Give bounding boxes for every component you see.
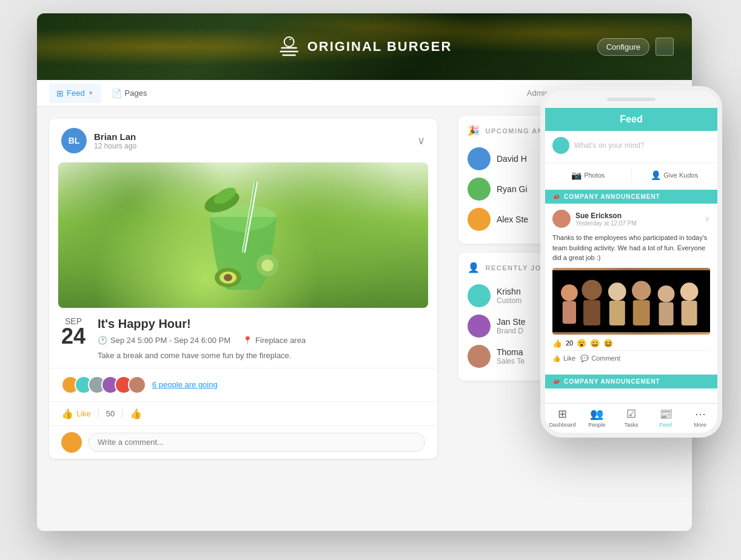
phone-post-text: Thanks to the employees who participated…: [552, 233, 710, 263]
nav-left: ⊞ Feed ▼ 📄 Pages: [49, 84, 154, 103]
logo-text: ORIGINAL BURGER: [307, 39, 452, 55]
comment-input[interactable]: [88, 433, 425, 452]
nav-tasks[interactable]: ☑ Tasks: [614, 407, 649, 428]
phone-post-actions: 📷 Photos 👤 Give Kudos: [545, 162, 717, 187]
svg-point-13: [224, 274, 232, 281]
kudos-icon: 👤: [651, 170, 661, 180]
person-avatar: [468, 284, 491, 307]
person-avatar: [468, 178, 491, 201]
person-avatar: [468, 208, 491, 231]
mobile-phone: Feed What's on your mind? 📷 Photos 👤 Giv…: [540, 86, 722, 438]
event-meta: 🕐 Sep 24 5:00 PM - Sep 24 6:00 PM 📍 Fire…: [98, 336, 425, 345]
like-button[interactable]: 👍 Like: [61, 408, 91, 419]
phone-post-menu-icon[interactable]: ∨: [705, 215, 710, 223]
person-name: Alex Ste: [497, 215, 528, 224]
announcement-header: 📣 COMPANY ANNOUNCEMENT: [545, 190, 717, 204]
nav-feed[interactable]: ⊞ Feed ▼: [49, 84, 101, 103]
phone-like-button[interactable]: 👍 Like: [552, 355, 575, 362]
phone-comment-button[interactable]: 💬 Comment: [580, 355, 620, 362]
phone-post-input-area: What's on your mind?: [545, 131, 717, 160]
post-header: BL Brian Lan 12 hours ago ∨: [49, 119, 437, 162]
person-role: Brand D: [497, 327, 525, 335]
phone-user-avatar: [552, 137, 569, 154]
pages-icon: 📄: [112, 88, 122, 98]
megaphone-icon-2: 📣: [552, 378, 560, 385]
phone-author-avatar: [552, 210, 571, 228]
like-icon: 👍: [552, 355, 561, 362]
logo-icon: [277, 35, 301, 59]
author-name: Brian Lan: [94, 132, 136, 142]
event-description: Take a break and come have some fun by t…: [98, 350, 425, 362]
event-details: Sep 24 It's Happy Hour! 🕐 Sep 24 5:00 PM…: [49, 308, 437, 368]
person-name: David H: [497, 154, 527, 164]
nav-more[interactable]: ⋯ More: [683, 407, 717, 428]
person-avatar: [468, 345, 491, 368]
attendee-avatars: [61, 376, 146, 394]
svg-point-17: [582, 279, 602, 299]
post-menu-icon[interactable]: ∨: [417, 134, 425, 147]
feed-main: BL Brian Lan 12 hours ago ∨: [37, 107, 449, 531]
thumbs-up-icon: 👍: [552, 339, 562, 348]
post-card: BL Brian Lan 12 hours ago ∨: [49, 119, 437, 459]
photos-button[interactable]: 📷 Photos: [545, 168, 632, 182]
phone-author-time: Yesterday at 12:07 PM: [575, 220, 637, 227]
feed-nav-icon: 📰: [659, 407, 672, 421]
person-role: Sales Te: [497, 357, 525, 365]
nav-pages[interactable]: 📄 Pages: [104, 84, 155, 103]
svg-point-21: [632, 281, 651, 300]
person-avatar: [468, 147, 491, 170]
svg-rect-16: [563, 301, 576, 324]
hero-logo: ORIGINAL BURGER: [277, 35, 452, 59]
more-icon: ⋯: [695, 407, 706, 421]
event-image: [58, 162, 428, 308]
phone-like-indicator: 👍: [552, 339, 562, 348]
main-container: ORIGINAL BURGER Configure ⊞ Feed ▼ 📄 Pag…: [37, 13, 704, 547]
laugh-icon: 😆: [603, 339, 613, 348]
smoothie-illustration: [176, 168, 310, 302]
svg-point-10: [261, 259, 273, 272]
svg-point-19: [608, 282, 626, 301]
author-time: 12 hours ago: [94, 142, 136, 150]
person-name: Ryan Gi: [497, 184, 528, 194]
announcement-header-2: 📣 COMPANY ANNOUNCEMENT: [545, 375, 717, 388]
camera-icon: 📷: [571, 170, 582, 180]
kudos-button[interactable]: 👤 Give Kudos: [632, 168, 718, 182]
svg-point-15: [561, 284, 578, 301]
heart-icon: 😄: [590, 339, 600, 348]
window-toggle-button[interactable]: [656, 38, 674, 56]
nav-feed[interactable]: 📰 Feed: [648, 407, 683, 428]
comment-row: [49, 425, 437, 459]
svg-point-25: [680, 282, 699, 301]
comment-user-avatar: [61, 432, 82, 453]
hero-right: Configure: [597, 38, 674, 56]
svg-rect-24: [659, 302, 674, 325]
person-name: Jan Ste: [497, 317, 525, 327]
nav-dashboard[interactable]: ⊞ Dashboard: [545, 407, 580, 428]
event-title: It's Happy Hour!: [98, 317, 425, 331]
phone-post-input[interactable]: What's on your mind?: [574, 141, 710, 150]
svg-rect-20: [609, 301, 625, 325]
attendees-row: 6 people are going: [49, 368, 437, 401]
notch-bar: [607, 98, 656, 101]
nav-people[interactable]: 👥 People: [580, 407, 614, 428]
phone-app-header: Feed: [545, 108, 717, 131]
location-icon: 📍: [243, 336, 252, 345]
people-icon: 👥: [590, 407, 603, 421]
configure-button[interactable]: Configure: [597, 38, 649, 56]
svg-rect-22: [633, 300, 650, 325]
svg-rect-18: [583, 300, 600, 325]
thumbs-up-icon: 👍: [61, 408, 73, 419]
attendee-avatar: [128, 376, 146, 394]
person-name: Krishn: [497, 287, 521, 296]
team-photo-illustration: [552, 268, 710, 335]
dashboard-icon: ⊞: [558, 407, 567, 421]
reactions-count: 20: [566, 339, 573, 347]
svg-point-0: [284, 37, 294, 47]
event-date-block: Sep 24: [61, 317, 86, 362]
phone-reactions-row: 👍 20 😮 😄 😆: [552, 335, 710, 350]
post-author: BL Brian Lan 12 hours ago: [61, 128, 136, 153]
like-count: 50: [98, 409, 122, 418]
phone-bottom-nav: ⊞ Dashboard 👥 People ☑ Tasks 📰 Feed ⋯ Mo…: [545, 403, 717, 433]
attendees-link[interactable]: 6 people are going: [152, 380, 218, 389]
smile-icon: 😮: [577, 339, 586, 348]
